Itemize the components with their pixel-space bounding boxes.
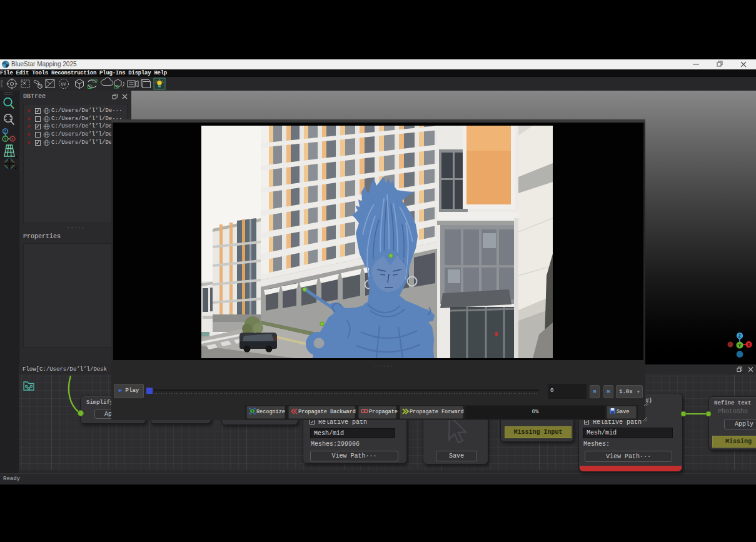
svg-text:Z: Z — [738, 334, 741, 339]
svg-text:X: X — [11, 138, 14, 142]
svg-text:Y: Y — [4, 138, 6, 142]
svg-text:UV: UV — [61, 83, 66, 87]
svg-text:Z: Z — [4, 130, 6, 134]
